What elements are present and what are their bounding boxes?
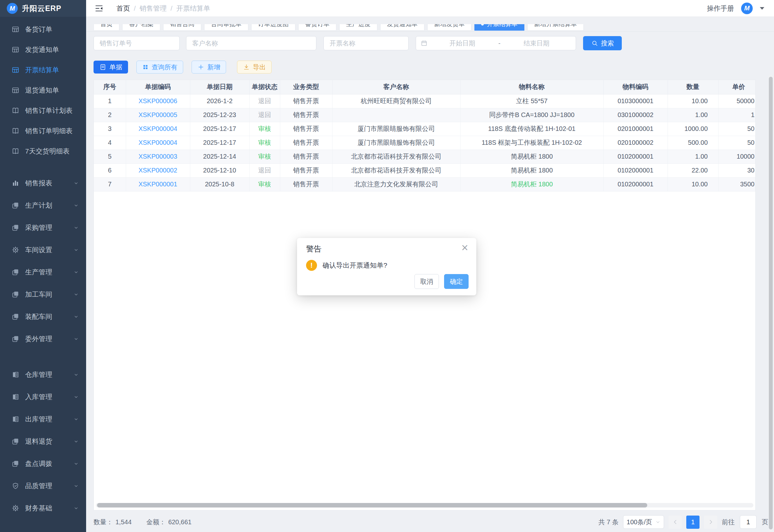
- column-header: 单据状态: [249, 80, 280, 94]
- vertical-scrollbar-thumb[interactable]: [769, 77, 773, 529]
- sidebar-item[interactable]: 开票结算单: [0, 60, 86, 80]
- add-button[interactable]: 新增: [192, 61, 226, 74]
- sidebar-item[interactable]: 装配车间: [0, 305, 86, 328]
- logo-bar: M 升阳云ERP: [0, 0, 86, 17]
- amount-value: 620,661: [168, 518, 192, 526]
- table-row: 3XSKP0000042025-12-17审核销售开票厦门市黑眼睛服饰有限公司1…: [94, 122, 756, 136]
- start-date-input[interactable]: [428, 40, 497, 47]
- sidebar-item[interactable]: 加工车间: [0, 283, 86, 305]
- document-button[interactable]: 单据: [94, 61, 128, 74]
- collapse-menu-icon[interactable]: [94, 4, 104, 13]
- user-menu-caret-icon[interactable]: [760, 7, 764, 10]
- sidebar-item-label: 委外管理: [25, 334, 73, 343]
- end-date-input[interactable]: [502, 40, 571, 47]
- tab[interactable]: 合同审批单: [204, 24, 248, 31]
- sidebar-item[interactable]: 财务基础: [0, 497, 86, 519]
- sidebar-item[interactable]: 退货通知单: [0, 80, 86, 100]
- search-button[interactable]: 搜索: [583, 36, 622, 50]
- table-icon: [12, 66, 19, 74]
- export-button[interactable]: 导出: [237, 61, 272, 74]
- tab[interactable]: 新增开票结算单: [527, 24, 584, 31]
- breadcrumb-sales[interactable]: 销售管理: [140, 4, 167, 13]
- sidebar-item[interactable]: 退料退货: [0, 430, 86, 452]
- chevron-right-icon: [707, 518, 714, 526]
- tab[interactable]: 开票结算单: [474, 24, 524, 31]
- sidebar-item[interactable]: 7天交货明细表: [0, 141, 86, 161]
- pagination: 共 7 条 100条/页 1 前往 页: [599, 515, 768, 529]
- table-cell: 6: [94, 163, 126, 177]
- sidebar-item[interactable]: 车间设置: [0, 239, 86, 261]
- sidebar-item-label: 盘点调拨: [25, 459, 73, 468]
- cancel-button[interactable]: 取消: [414, 274, 439, 289]
- sidebar-item-label: 品质管理: [25, 481, 73, 490]
- doc-number-link[interactable]: XSKP000001: [138, 181, 177, 188]
- sidebar-item[interactable]: 出库管理: [0, 408, 86, 430]
- doc-number-link[interactable]: XSKP000006: [138, 97, 177, 104]
- doc-number-link[interactable]: XSKP000004: [138, 139, 177, 146]
- breadcrumb-home[interactable]: 首页: [116, 4, 130, 13]
- sidebar-item[interactable]: 销售报表: [0, 172, 86, 194]
- table-cell: 2025-12-10: [190, 163, 249, 177]
- tab[interactable]: 订单进度图: [251, 24, 295, 31]
- status-badge: 退回: [258, 111, 271, 118]
- tab[interactable]: 客户档案: [122, 24, 160, 31]
- sidebar-item[interactable]: 品质管理: [0, 475, 86, 497]
- tab[interactable]: 发货通知单: [380, 24, 424, 31]
- horizontal-scrollbar[interactable]: [96, 503, 753, 507]
- breadcrumb-separator: /: [171, 5, 173, 12]
- sidebar-item[interactable]: 销售订单计划表: [0, 100, 86, 121]
- customer-name-input[interactable]: [186, 36, 316, 50]
- table-cell: 2025-10-8: [190, 177, 249, 191]
- sidebar-item[interactable]: 仓库管理: [0, 363, 86, 386]
- sidebar-item[interactable]: 入库管理: [0, 386, 86, 408]
- goto-page-input[interactable]: [740, 515, 757, 529]
- close-icon[interactable]: ×: [461, 243, 469, 252]
- date-range-picker[interactable]: -: [416, 36, 576, 50]
- doc-number-link[interactable]: XSKP000003: [138, 153, 177, 160]
- download-icon: [243, 64, 250, 71]
- data-table: 序号单据编码单据日期单据状态业务类型客户名称物料名称物料编码数量单价 1XSKP…: [94, 80, 756, 192]
- status-badge: 审核: [258, 139, 271, 146]
- table-cell: 50: [718, 122, 756, 136]
- manual-link[interactable]: 操作手册: [707, 4, 734, 13]
- page-unit-label: 页: [762, 518, 768, 527]
- sidebar-item[interactable]: 盘点调拨: [0, 452, 86, 475]
- horizontal-scrollbar-thumb[interactable]: [97, 503, 647, 507]
- confirm-button[interactable]: 确定: [444, 274, 469, 289]
- app-logo-icon: M: [7, 3, 18, 14]
- query-all-button[interactable]: 查询所有: [136, 61, 183, 74]
- next-page-button[interactable]: [704, 516, 717, 529]
- sidebar-item[interactable]: 生产计划: [0, 194, 86, 216]
- sidebar-item[interactable]: 销售订单明细表: [0, 121, 86, 141]
- invoice-name-input[interactable]: [323, 36, 409, 50]
- doc-number-link[interactable]: XSKP000002: [138, 167, 177, 174]
- sidebar-item-label: 出库管理: [25, 415, 73, 424]
- tab[interactable]: 备货订单: [298, 24, 336, 31]
- prev-page-button[interactable]: [669, 516, 682, 529]
- sidebar-item[interactable]: 委外管理: [0, 328, 86, 350]
- summary-stats: 数量：1,544 金额：620,661: [94, 518, 194, 527]
- table-cell: 0301000002: [603, 108, 668, 122]
- sidebar-item[interactable]: 备货订单: [0, 19, 86, 39]
- sidebar-item-label: 车间设置: [25, 245, 73, 254]
- sidebar-item[interactable]: 采购管理: [0, 216, 86, 239]
- tab[interactable]: 生产进度: [339, 24, 377, 31]
- order-no-input[interactable]: [94, 36, 180, 50]
- tab[interactable]: 销售合同: [163, 24, 201, 31]
- doc-number-link[interactable]: XSKP000004: [138, 125, 177, 132]
- sidebar-item-label: 入库管理: [25, 392, 73, 401]
- doc-number-link[interactable]: XSKP000005: [138, 111, 177, 118]
- chevron-down-icon: [73, 202, 79, 208]
- column-header: 物料编码: [603, 80, 668, 94]
- table-cell: XSKP000001: [126, 177, 190, 191]
- tab-label: 订单进度图: [258, 24, 289, 28]
- tab[interactable]: 新增发货单: [427, 24, 471, 31]
- tab[interactable]: 首页: [94, 24, 119, 31]
- sidebar-item[interactable]: 发货通知单: [0, 39, 86, 60]
- current-page-button[interactable]: 1: [686, 516, 700, 529]
- chevron-down-icon: [73, 505, 79, 511]
- filter-bar: - 搜索: [94, 36, 622, 50]
- page-size-select[interactable]: 100条/页: [623, 515, 664, 529]
- avatar[interactable]: M: [741, 3, 753, 14]
- sidebar-item[interactable]: 生产管理: [0, 261, 86, 283]
